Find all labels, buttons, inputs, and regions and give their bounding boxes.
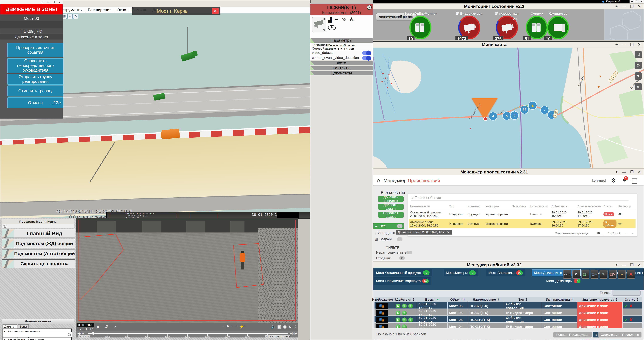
close-icon[interactable]: ✕ <box>638 4 641 9</box>
player-timeline[interactable]: ◀+|− −|+▶ 30.01.2020 15:00 15:01 15:02 1… <box>76 331 298 338</box>
map-lock-icon[interactable]: ⚿ <box>634 51 642 58</box>
loop-icon[interactable]: ↺ <box>104 324 108 329</box>
page-next-button[interactable]: Следующая <box>598 332 622 337</box>
close-icon[interactable]: ✕ <box>639 0 644 3</box>
delete-record-icon[interactable]: ▤✕ <box>609 270 617 279</box>
cluster-marker[interactable]: 5 <box>502 111 511 120</box>
notify-supervisor-button[interactable]: Оповестить непосредственного руководител… <box>8 58 63 73</box>
page-last-button[interactable]: Последняя <box>620 332 642 337</box>
map-history-icon[interactable]: ⧗ <box>634 72 642 80</box>
tab-analytics[interactable]: Мост:Аналитика1/2 <box>486 269 525 276</box>
alarm-point[interactable] <box>483 117 488 121</box>
goto-icon[interactable]: ↖ <box>402 317 407 322</box>
list-icon[interactable]: ☰ <box>334 17 338 22</box>
restore-icon[interactable]: ❐ <box>634 0 639 3</box>
speed-gauge-icon[interactable]: ◔ <box>114 324 116 329</box>
confirm-icon[interactable]: ✔ <box>624 304 628 308</box>
boat-marker[interactable] <box>528 101 537 110</box>
send-response-group-button[interactable]: Отправить группу реагирования <box>8 74 63 85</box>
timeline-position[interactable] <box>92 332 94 335</box>
scene-close-icon[interactable]: ✕ <box>212 8 219 14</box>
next-bookmark-icon[interactable]: › <box>231 324 232 328</box>
eye-icon[interactable] <box>3 225 8 228</box>
settings-sliders-icon[interactable]: ≋ <box>288 324 292 329</box>
cancel-button[interactable]: Отмена ...22с <box>8 97 63 108</box>
video-frame[interactable] <box>76 218 298 323</box>
incident-row-selected[interactable]: Движение в зоне 29.01.2020, 16:20:50Инци… <box>409 219 636 228</box>
incident-search[interactable]: ⌕ Поиск события <box>411 195 628 201</box>
event-row[interactable]: ▶↖i 30-01-2020 14:59:25Мост 04 ПСК110(Т-… <box>374 316 642 323</box>
menu-extensions[interactable]: Расширения <box>85 8 114 13</box>
map-canvas[interactable]: 4 5 8 55 7 10 Крымский мост Тузла Тамань… <box>373 48 644 168</box>
close-icon[interactable]: ✕ <box>638 42 641 47</box>
event-thumbnail[interactable] <box>376 317 388 323</box>
sensors-search-input[interactable] <box>2 332 72 337</box>
alarm-bolt-icon[interactable]: ⚡ <box>239 324 244 329</box>
minimize-icon[interactable]: — <box>622 42 626 47</box>
section-photo[interactable]: Фото <box>310 61 373 65</box>
settings-gear-icon[interactable]: ⚙ <box>611 177 616 184</box>
add-incident-button[interactable]: Добавить инцидент <box>378 196 404 202</box>
goto-archive-button[interactable]: Перейти к архиву <box>378 212 404 218</box>
tab-zones[interactable]: Зоны <box>18 324 28 329</box>
settings-gear-icon[interactable]: ⚙ <box>572 270 580 279</box>
info-icon[interactable]: i <box>408 317 413 322</box>
prev-bookmark-icon[interactable]: ‹ <box>222 324 224 328</box>
edit-record-icon[interactable]: ✎ <box>600 270 608 279</box>
maximize-icon[interactable]: ❐ <box>52 1 55 4</box>
section-docs[interactable]: Документы <box>310 71 373 75</box>
check-source-button[interactable]: Проверить источник события <box>8 43 63 57</box>
close-icon[interactable]: ✕ <box>58 1 60 4</box>
home-icon[interactable]: ⌂ <box>377 178 380 183</box>
section-params[interactable]: Параметры <box>310 38 373 43</box>
network-icon[interactable]: ⁂ <box>349 17 354 22</box>
orange-camera-selected[interactable] <box>162 128 180 139</box>
cluster-marker[interactable]: 4 <box>489 112 498 121</box>
incident-row[interactable]: Оставленный предмет 29.01.2020, 16:29:46… <box>409 209 636 219</box>
map-settings-icon[interactable]: ⚙ <box>634 62 642 69</box>
play-icon[interactable]: ▶ <box>396 310 400 315</box>
clear-icon[interactable]: ⌁ <box>618 270 626 279</box>
goto-icon[interactable]: ↖ <box>402 304 407 308</box>
filter-incoming[interactable]: Входящие 2 <box>376 256 406 260</box>
info-icon[interactable]: i <box>408 304 413 308</box>
tab-route-violation[interactable]: Мост:Нарушение маршрута1/2 <box>374 277 432 285</box>
tab-left-object[interactable]: Мост:Оставленный предмет0 <box>374 269 432 276</box>
video-detector-toggle[interactable] <box>362 51 371 55</box>
pin-icon[interactable]: ✦ <box>615 42 618 47</box>
edit-pencil-icon[interactable]: ✏ <box>618 211 636 217</box>
toolbar-settings-icon[interactable]: ⚙ <box>73 14 78 19</box>
play-icon[interactable]: ▶ <box>396 304 400 308</box>
control-event-toggle[interactable] <box>362 56 371 60</box>
download-icon[interactable]: ⊕ <box>323 17 326 21</box>
reject-icon[interactable]: ✘ <box>629 304 633 308</box>
minimize-icon[interactable]: — <box>46 1 49 4</box>
event-row[interactable]: ▶↖i 30-01-2020 15:00:17Мост 03 ПСК69(Т-К… <box>374 302 642 309</box>
profile-under-bridge-rail[interactable]: Под мостом (ЖД) общий <box>2 239 75 248</box>
nav-all[interactable]: ≣ Все 2 <box>373 223 404 229</box>
alarm-filter-icon[interactable]: A <box>627 270 635 279</box>
minimize-icon[interactable]: — <box>622 170 626 174</box>
next-alarm-icon[interactable]: › <box>244 324 246 328</box>
fullscreen-icon[interactable]: ⛶ <box>293 324 296 329</box>
record-icon[interactable]: ◉ <box>283 324 287 329</box>
event-thumbnail[interactable] <box>376 310 388 316</box>
edit-pencil-icon[interactable]: ✏ <box>618 221 636 227</box>
section-contacts[interactable]: Контакты <box>310 66 373 70</box>
restore-icon[interactable]: ❐ <box>630 170 634 174</box>
tree-item[interactable]: ▶Считыватель карт 1-Wire <box>3 338 72 340</box>
menu-windows[interactable]: Окна <box>114 8 129 13</box>
restore-icon[interactable]: ❐ <box>630 4 634 9</box>
toolbar-search-icon[interactable]: ⌕ <box>67 14 73 19</box>
close-icon[interactable]: ✕ <box>638 263 641 267</box>
per-page-select[interactable]: 10 <box>594 232 603 235</box>
tab-cameras[interactable]: Мост:Камеры0 <box>444 269 478 276</box>
minimize-icon[interactable]: — <box>622 263 626 267</box>
restore-icon[interactable]: ❐ <box>630 42 634 47</box>
timeline-track[interactable] <box>88 333 288 334</box>
add-task-button[interactable]: Добавить задачу <box>378 204 404 210</box>
pin-icon[interactable]: ✦ <box>615 4 618 9</box>
play-icon[interactable]: ▶ <box>97 324 100 329</box>
camera-panel-close-icon[interactable]: ✕ <box>367 5 372 10</box>
bookmark-icon[interactable]: ⚑ <box>226 324 230 329</box>
